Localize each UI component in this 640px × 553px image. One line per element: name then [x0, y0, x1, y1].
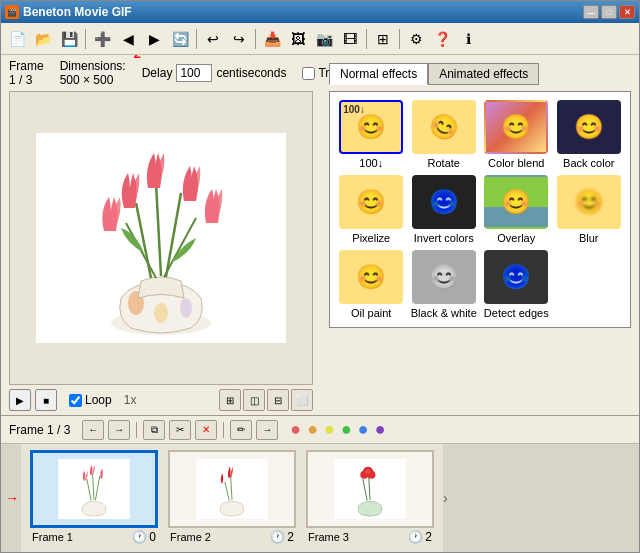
- toolbar-sep-2: [196, 29, 197, 49]
- play-button[interactable]: ▶: [9, 389, 31, 411]
- smiley-blur-icon: 😊: [574, 188, 604, 216]
- effect-detect-edges[interactable]: 😊 Detect edges: [483, 250, 550, 319]
- frame-info-bar: Frame 1 / 3 Dimensions: 500 × 500 2 Dela…: [1, 55, 321, 91]
- redo-button[interactable]: ↪: [227, 27, 251, 51]
- export-gif-button[interactable]: 🖼: [286, 27, 310, 51]
- frame-delete-button[interactable]: ✕: [195, 420, 217, 440]
- prev-frame-button[interactable]: ◀: [116, 27, 140, 51]
- frame-2-thumb[interactable]: [168, 450, 296, 528]
- close-button[interactable]: ✕: [619, 5, 635, 19]
- smiley-invert-icon: 😊: [429, 188, 459, 216]
- window-title: Beneton Movie GIF: [23, 5, 132, 19]
- effect-rotate[interactable]: 😊 Rotate: [411, 100, 478, 169]
- delay-row: 2 Delay centiseconds: [142, 64, 287, 82]
- effect-thumb-invert-colors: 😊: [412, 175, 476, 229]
- tab-normal-effects[interactable]: Normal effects: [329, 63, 428, 85]
- transparent-checkbox[interactable]: [302, 67, 315, 80]
- frame-1-delay: 🕐 0: [132, 530, 156, 544]
- frame-tb-sep-1: [136, 422, 137, 438]
- export-video-button[interactable]: 🎞: [338, 27, 362, 51]
- add-frame-button[interactable]: ➕: [90, 27, 114, 51]
- effect-back-color[interactable]: 😊 Back color: [556, 100, 623, 169]
- effect-label-black-white: Black & white: [411, 307, 477, 319]
- resize-button[interactable]: ⊞: [371, 27, 395, 51]
- delay-icon-2: 🕐: [270, 530, 285, 544]
- import-button[interactable]: 📥: [260, 27, 284, 51]
- dot-purple: ●: [375, 419, 386, 440]
- frame-move-button[interactable]: →: [256, 420, 278, 440]
- list-item: Frame 3 🕐 2: [305, 450, 435, 546]
- tab-animated-effects[interactable]: Animated effects: [428, 63, 539, 85]
- svg-point-3: [180, 298, 192, 318]
- frame-strip: Frame 1 🕐 0: [21, 444, 443, 552]
- open-button[interactable]: 📂: [31, 27, 55, 51]
- frame-1-preview: [49, 459, 139, 519]
- new-button[interactable]: 📄: [5, 27, 29, 51]
- loop-checkbox[interactable]: [69, 394, 82, 407]
- titlebar-left: 🎬 Beneton Movie GIF: [5, 5, 132, 19]
- titlebar: 🎬 Beneton Movie GIF — □ ✕: [1, 1, 639, 23]
- frame-3-preview: [325, 459, 415, 519]
- effect-overlay[interactable]: 😊 Overlay: [483, 175, 550, 244]
- maximize-button[interactable]: □: [601, 5, 617, 19]
- delay-unit: centiseconds: [216, 66, 286, 80]
- frame-counter: Frame 1 / 3: [9, 59, 44, 87]
- refresh-button[interactable]: 🔄: [168, 27, 192, 51]
- effect-label-overlay: Overlay: [497, 232, 535, 244]
- frame-3-name: Frame 3: [308, 531, 404, 543]
- effect-label-default: 100↓: [359, 157, 383, 169]
- dot-yellow: ●: [324, 419, 335, 440]
- effect-default[interactable]: 😊 100↓ 100↓: [338, 100, 405, 169]
- effects-grid: 😊 100↓ 100↓ 😊 Rotate 😊: [329, 91, 631, 328]
- delay-input[interactable]: [176, 64, 212, 82]
- annotation-2: 2: [134, 55, 141, 61]
- effect-thumb-blur: 😊: [557, 175, 621, 229]
- minimize-button[interactable]: —: [583, 5, 599, 19]
- playback-bar: ▶ ■ Loop 1x ⊞ ◫ ⊟ ⬜: [1, 385, 321, 415]
- effect-black-white[interactable]: 😊 Black & white: [411, 250, 478, 319]
- save-button[interactable]: 💾: [57, 27, 81, 51]
- frame-toolbar: Frame 1 / 3 ← → ⧉ ✂ ✕ ✏ → ● ● ● ● ● ●: [1, 416, 639, 444]
- view-btn-2[interactable]: ◫: [243, 389, 265, 411]
- undo-button[interactable]: ↩: [201, 27, 225, 51]
- loop-checkbox-group: Loop: [69, 393, 112, 407]
- toolbar-sep-1: [85, 29, 86, 49]
- list-item: Frame 1 🕐 0: [29, 450, 159, 546]
- frame-2-info: Frame 2 🕐 2: [168, 528, 296, 546]
- frame-3-thumb[interactable]: [306, 450, 434, 528]
- effect-pixelize[interactable]: 😊 Pixelize: [338, 175, 405, 244]
- effect-blur[interactable]: 😊 Blur: [556, 175, 623, 244]
- stop-button[interactable]: ■: [35, 389, 57, 411]
- frame-prev-button[interactable]: ←: [82, 420, 104, 440]
- frame-copy-button[interactable]: ⧉: [143, 420, 165, 440]
- dot-red: ●: [290, 419, 301, 440]
- settings-button[interactable]: ⚙: [404, 27, 428, 51]
- effect-invert-colors[interactable]: 😊 Invert colors: [411, 175, 478, 244]
- help-button[interactable]: ❓: [430, 27, 454, 51]
- next-frame-button[interactable]: ▶: [142, 27, 166, 51]
- effect-label-blur: Blur: [579, 232, 599, 244]
- effect-label-invert-colors: Invert colors: [414, 232, 474, 244]
- frame-next-button[interactable]: →: [108, 420, 130, 440]
- frame-3-delay-value: 2: [425, 530, 432, 544]
- frame-edit-button[interactable]: ✏: [230, 420, 252, 440]
- view-btn-3[interactable]: ⊟: [267, 389, 289, 411]
- frame-strip-label: Frame 1 / 3: [9, 423, 70, 437]
- frame-1-thumb[interactable]: [30, 450, 158, 528]
- effect-color-blend[interactable]: 😊 Color blend: [483, 100, 550, 169]
- dot-orange: ●: [307, 419, 318, 440]
- dot-blue: ●: [358, 419, 369, 440]
- effect-oil-paint[interactable]: 😊 Oil paint: [338, 250, 405, 319]
- strip-right-arrow[interactable]: ›: [443, 490, 448, 506]
- frame-cut-button[interactable]: ✂: [169, 420, 191, 440]
- view-btn-4[interactable]: ⬜: [291, 389, 313, 411]
- info-button[interactable]: ℹ: [456, 27, 480, 51]
- main-content: Frame 1 / 3 Dimensions: 500 × 500 2 Dela…: [1, 55, 639, 415]
- smiley-dark-icon: 😊: [574, 113, 604, 141]
- smiley-overlay-icon: 😊: [501, 188, 531, 216]
- export-frames-button[interactable]: 📷: [312, 27, 336, 51]
- delay-label: Delay: [142, 66, 173, 80]
- app-icon: 🎬: [5, 5, 19, 19]
- effect-label-pixelize: Pixelize: [352, 232, 390, 244]
- view-btn-1[interactable]: ⊞: [219, 389, 241, 411]
